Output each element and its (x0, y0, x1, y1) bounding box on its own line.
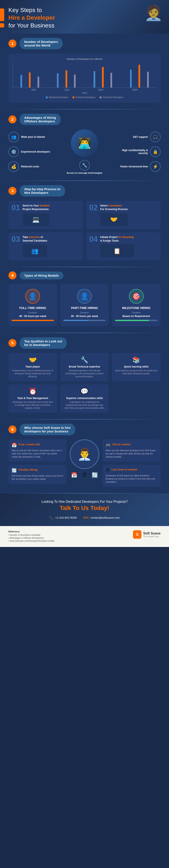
adv-left-col: 👥 Wide pool of talents ⚙️ Experienced de… (8, 132, 51, 172)
bar-2024-3 (147, 72, 149, 88)
quality-icon-team-player: 🤝 (11, 356, 54, 364)
step-02-info: Select CandidatesFor Screening Process 🤝 (100, 204, 128, 226)
why-sub-icon-3-icon: 🔄 (92, 472, 98, 478)
step-01-number: 01 (11, 204, 20, 226)
chart-x-label: Years (13, 92, 156, 94)
chart-label-2018: 2018 (31, 89, 36, 91)
bar-2024-1 (130, 69, 132, 88)
cta-subtitle: Looking To Hire Dedicated Developers For… (8, 500, 161, 504)
quality-title-quick-learning: Quick learning skills (115, 365, 158, 368)
advantage-text-tech: Access to new-age technologies (67, 172, 102, 174)
section5-badge: 5 (8, 339, 16, 347)
section2-title: Advantages of Hiring Offshore developers (19, 114, 61, 125)
cta-email-address: contact@softsuave.com (90, 516, 120, 519)
quality-icon-quick-learning: 📚 (115, 356, 158, 364)
section5-qualities: 5 Top Qualities to Look out for in Devel… (0, 333, 169, 419)
section2-heading: 2 Advantages of Hiring Offshore develope… (8, 114, 161, 125)
why-free-trial-header: 📅 Free 1 week trial (11, 442, 64, 447)
step-01-image: 💻 (23, 213, 49, 226)
header-title: Key Steps to Hire a Developer for Your B… (8, 6, 55, 29)
advantage-text-security: High confidentiality & security (118, 149, 148, 155)
quality-title-task-time: Task & Time Management (11, 397, 54, 400)
step-04-info: Initiate Project On-Boarding& Assign Tas… (100, 236, 134, 257)
bar-2023-3 (111, 73, 112, 88)
quality-title-broad-technical: Broad Technical expertise (64, 365, 106, 368)
section6-title: Why choose Soft Suave to hire developers… (19, 424, 75, 435)
why-less-time-title: Less time to market (112, 468, 137, 471)
legend-item-fullstack: Full-Stack Developers (99, 96, 123, 98)
why-free-trial: 📅 Free 1 week trial Sign-up and test Sof… (8, 439, 67, 462)
bar-2019-2 (66, 70, 67, 88)
hiring-parttime-icon-wrap: 👤 (77, 289, 92, 304)
legend-label-fullstack: Full-Stack Developers (102, 96, 123, 98)
hiring-parttime-fill (64, 320, 89, 321)
hiring-milestone-card: 🎯 MILESTONE HIRING Duration Based on Req… (112, 284, 161, 326)
why-free-trial-desc: Sign-up and test Soft Suave's developers… (11, 449, 64, 458)
chart-legend: Backend Developers Frontend Developers F… (13, 96, 156, 98)
section4-title: Types of Hiring Models (19, 272, 64, 279)
footer-logo-icon: S (133, 530, 141, 539)
legend-dot-backend (46, 96, 48, 98)
quality-broad-technical: 🔧 Broad Technical expertise Technical ex… (60, 353, 109, 381)
why-sub-icon-2: ⏱ (82, 472, 87, 478)
header-illustration: 🧑‍💼 (144, 4, 163, 22)
cta-phone-number: +1-410-80178350 (55, 516, 77, 519)
section1-chart: 1 Number of Developers around the World … (0, 34, 169, 109)
hiring-fulltime-dur-label: Duration (11, 311, 54, 314)
advantage-icon-turnaround: ⚡ (150, 161, 161, 172)
bar-chart (13, 62, 156, 88)
legend-item-backend: Backend Developers (46, 96, 68, 98)
step-03-number: 03 (11, 236, 20, 257)
cta-email-item: ✉ contact@softsuave.com (83, 516, 120, 520)
why-direct-control-icon: 🎮 (105, 442, 111, 447)
section5-title: Top Qualities to Look out for in Develop… (19, 337, 67, 349)
legend-item-frontend: Frontend Developers (73, 96, 95, 98)
quality-team-player: 🤝 Team player Programming is not an indi… (8, 353, 57, 381)
legend-label-backend: Backend Developers (49, 96, 68, 98)
advantage-wide-pool: 👥 Wide pool of talents (8, 132, 51, 142)
hiring-fulltime-bar (11, 320, 54, 321)
section3-heading: 3 Step-by-step Process to Hire Developer… (8, 185, 161, 196)
advantage-text-support: 24/7 support (133, 135, 148, 138)
section5-heading: 5 Top Qualities to Look out for in Devel… (8, 337, 161, 349)
section4-badge: 4 (8, 271, 16, 279)
section3-steps: 3 Step-by-step Process to Hire Developer… (0, 181, 169, 267)
why-less-time-icon: ⏱ (105, 468, 110, 473)
why-direct-control-desc: When you hire dedicated developers from … (105, 449, 158, 458)
bar-group-2023-2 (102, 67, 104, 88)
advantage-icon-tech: 🔧 (79, 160, 90, 170)
cta-email-icon: ✉ (83, 516, 89, 520)
advantage-icon-wide-pool: 👥 (8, 132, 19, 142)
why-layout: 📅 Free 1 week trial Sign-up and test Sof… (8, 439, 161, 487)
section1-badge: 1 (8, 39, 16, 48)
bar-2018-1 (20, 75, 22, 88)
advantage-icon-experienced: ⚙️ (8, 147, 19, 157)
footer-logo-name: Soft Suave (143, 531, 161, 535)
hiring-models-visual: 👤 FULL-TIME HIRING Duration 40 - 50 hour… (8, 284, 161, 326)
adv-bottom-tech: 🔧 Access to new-age technologies (67, 160, 102, 174)
footer-ref-item-3: • www.softsuave.com/hire/app?developer=m… (8, 540, 54, 542)
quality-task-time: ⏰ Task & Time Management Developers are … (8, 384, 57, 413)
why-col-left: 📅 Free 1 week trial Sign-up and test Sof… (8, 439, 67, 484)
step-02-image: 🤝 (100, 213, 128, 226)
section4-hiring: 4 Types of Hiring Models 👤 FULL-TIME HIR… (0, 267, 169, 333)
why-sub-icons: 📅 ⏱ 🔄 (70, 472, 99, 478)
quality-desc-communication: A developer can understand the requireme… (64, 401, 106, 410)
why-direct-control-title: Direct control (113, 443, 130, 446)
step-02-title: Select CandidatesFor Screening Process (100, 204, 128, 211)
bar-group-2018 (20, 75, 22, 88)
adv-right-col: 🎧 24/7 support 🔒 High confidentiality & … (118, 132, 161, 172)
step-03-title: Take Interview ofSelected Candidates (23, 236, 47, 243)
section1-heading: 1 Number of Developers around the World (8, 38, 161, 49)
why-flexible-hiring-icon: 🔄 (11, 468, 17, 473)
advantage-text-reduced: Reduced costs (21, 165, 39, 168)
section3-badge: 3 (8, 187, 16, 195)
chart-label-2023: 2023* (98, 89, 103, 91)
why-col-right: 🎮 Direct control When you hire dedicated… (102, 439, 161, 487)
hiring-milestone-dur-val: Based on Requirement (115, 315, 158, 318)
header-title-line1: Key Steps to (8, 7, 42, 13)
footer-logo-letter: S (136, 532, 138, 537)
footer-reference: Reference • Number of developers worldwi… (8, 530, 54, 543)
why-sub-icon-1-icon: 📅 (71, 472, 77, 478)
advantage-experienced: ⚙️ Experienced developers (8, 147, 51, 157)
